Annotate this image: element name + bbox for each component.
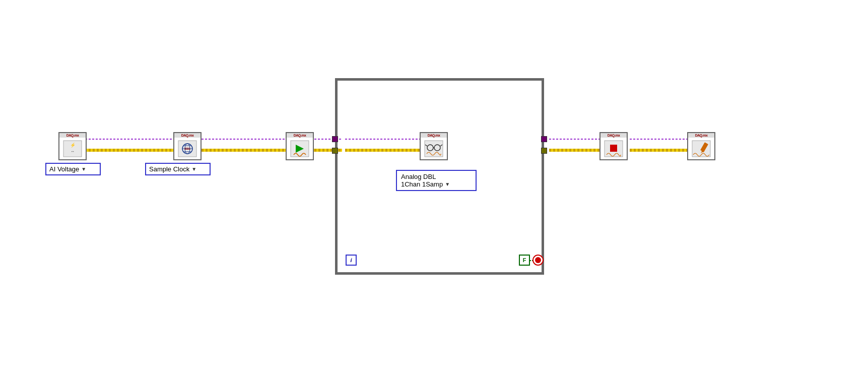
timing-node[interactable]: DAQ.mx IEEE (173, 132, 202, 160)
loop-right-terminal-purple (541, 136, 547, 142)
ai-voltage-arrow: ▼ (81, 166, 86, 172)
node4-icon (421, 138, 447, 159)
node2-daq-label: DAQ.mx (174, 133, 201, 138)
sample-clock-arrow: ▼ (191, 166, 196, 172)
analog-dbl-line2: 1Chan 1Samp (401, 180, 443, 188)
analog-dbl-arrow: ▼ (445, 181, 450, 187)
node5-daq-label: DAQ.mx (600, 133, 627, 138)
loop-left-terminal-purple (332, 136, 338, 142)
stop-task-node[interactable]: DAQ.mx (599, 132, 628, 160)
f-label: F (523, 257, 526, 263)
f-terminal: F (519, 255, 530, 266)
sample-clock-dropdown[interactable]: Sample Clock ▼ (145, 163, 211, 175)
start-task-node[interactable]: DAQ.mx (286, 132, 314, 160)
node6-icon (688, 138, 714, 159)
iteration-terminal: i (346, 255, 357, 266)
svg-rect-19 (610, 145, 617, 152)
node3-daq-label: DAQ.mx (287, 133, 313, 138)
yellow-wire-far-right (630, 149, 695, 152)
ai-voltage-label: AI Voltage (49, 165, 79, 173)
node1-icon: ⚡ ↔ (59, 138, 86, 159)
svg-text:IEEE: IEEE (184, 147, 190, 150)
loop-right-terminal-yellow (541, 148, 547, 154)
ai-voltage-dropdown[interactable]: AI Voltage ▼ (45, 163, 101, 175)
loop-left-terminal-yellow (332, 148, 338, 154)
node1-daq-label: DAQ.mx (59, 133, 86, 138)
node5-icon (600, 138, 627, 159)
node4-daq-label: DAQ.mx (421, 133, 447, 138)
clear-task-node[interactable]: DAQ.mx (687, 132, 715, 160)
node6-daq-label: DAQ.mx (688, 133, 714, 138)
node2-icon: IEEE (174, 138, 201, 159)
svg-text:⚡: ⚡ (70, 142, 76, 148)
purple-wire-far-right (630, 139, 695, 140)
iter-label: i (350, 257, 352, 263)
read-node[interactable]: DAQ.mx (420, 132, 448, 160)
sample-clock-label: Sample Clock (149, 165, 189, 173)
analog-dbl-dropdown[interactable]: Analog DBL 1Chan 1Samp ▼ (396, 170, 477, 191)
labview-canvas: DAQ.mx ⚡ ↔ DAQ.mx IEEE (0, 0, 868, 373)
stop-terminal-circle (532, 255, 544, 266)
stop-inner-circle (535, 257, 541, 263)
analog-dbl-line1: Analog DBL (401, 173, 436, 180)
node3-icon (287, 138, 313, 159)
svg-text:↔: ↔ (71, 149, 75, 154)
create-channel-node[interactable]: DAQ.mx ⚡ ↔ (58, 132, 87, 160)
